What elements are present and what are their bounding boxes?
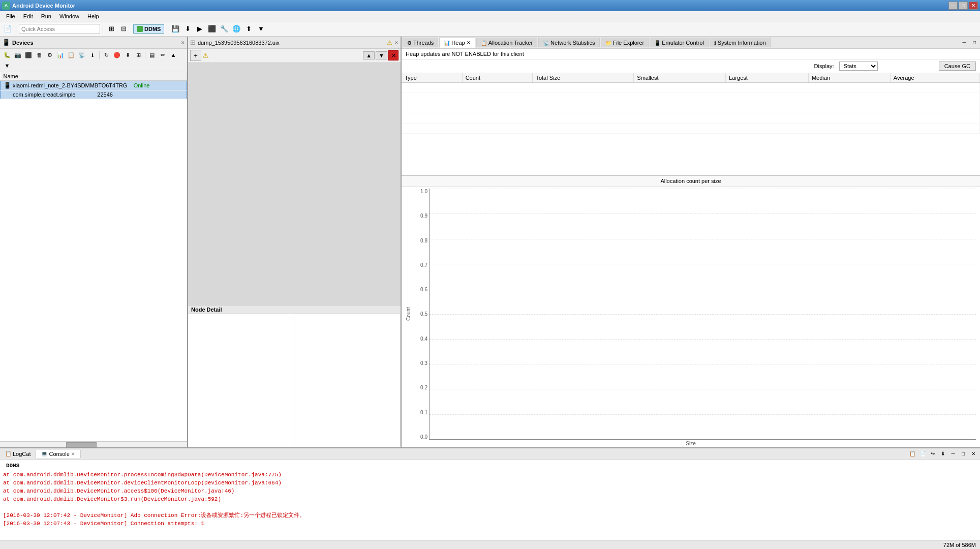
- bottom-ctrl-2[interactable]: 📄: [918, 450, 927, 458]
- node-col-1: [188, 314, 294, 446]
- devices-btn-network[interactable]: 📡: [77, 50, 87, 60]
- devices-btn-stop[interactable]: ⬛: [23, 50, 34, 60]
- console-line-1: at com.android.ddmlib.DeviceMonitor.devi…: [3, 479, 977, 487]
- devices-btn-thread[interactable]: ⚙: [45, 50, 55, 60]
- devices-btn-dump[interactable]: ⬇: [122, 50, 133, 60]
- tab-heap[interactable]: 📊 Heap ✕: [439, 38, 475, 48]
- bottom-ctrl-3[interactable]: ↪: [928, 450, 937, 458]
- cause-gc-button[interactable]: Cause GC: [939, 62, 976, 71]
- close-button[interactable]: ✕: [969, 2, 978, 10]
- menu-bar: File Edit Run Window Help: [0, 11, 980, 21]
- chart-x-label: Size: [402, 441, 980, 447]
- tab-emulator-control[interactable]: 📱 Emulator Control: [650, 38, 709, 47]
- devices-btn-layout[interactable]: ▤: [147, 50, 157, 60]
- menu-window[interactable]: Window: [55, 12, 83, 20]
- console-ddms-label: DDMS: [3, 461, 977, 471]
- bottom-ctrl-1[interactable]: 📋: [908, 450, 917, 458]
- heap-row-empty-3: [402, 103, 980, 113]
- minimize-button[interactable]: ─: [948, 2, 958, 10]
- devices-btn-heap[interactable]: 📊: [55, 50, 66, 60]
- tab-system-information[interactable]: ℹ System Information: [710, 38, 771, 47]
- status-bar: 72M of 586M: [0, 540, 980, 549]
- toolbar-perspective-1[interactable]: ⊞: [106, 23, 117, 35]
- console-tab-close[interactable]: ✕: [71, 451, 75, 456]
- console-line-6: [2016-03-30 12:07:43 - DeviceMonitor] Co…: [3, 520, 977, 528]
- devices-btn-up[interactable]: ▲: [168, 50, 178, 60]
- heap-col-largest: Largest: [726, 73, 809, 83]
- ddms-button[interactable]: DDMS: [133, 24, 164, 34]
- uix-nav-up[interactable]: ▲: [363, 51, 375, 59]
- chart-y-axis-label: Count: [406, 189, 414, 440]
- tabs-min-btn[interactable]: ─: [960, 39, 969, 47]
- devices-hscroll[interactable]: [0, 441, 187, 447]
- toolbar-btn-2[interactable]: ⬇: [182, 23, 193, 35]
- tab-logcat[interactable]: 📋 LogCat: [0, 450, 36, 458]
- main-panels: 📱 Devices ✕ 🐛 📷 ⬛ 🗑 ⚙ 📊 📋 📡 ℹ ↻ 🔴 ⬇ ⊞: [0, 37, 980, 447]
- bottom-ctrl-5[interactable]: ─: [948, 450, 958, 458]
- node-col-2: [294, 314, 401, 446]
- console-line-4: [3, 503, 977, 511]
- toolbar-sep-3: [167, 24, 167, 34]
- heap-row-empty-2: [402, 93, 980, 103]
- heap-table-body: [402, 83, 980, 134]
- display-controls: Display: Stats Allocated Free: [814, 62, 878, 71]
- tabs-max-btn[interactable]: □: [970, 39, 979, 47]
- heap-col-total: Total Size: [533, 73, 634, 83]
- tab-allocation-tracker[interactable]: 📋 Allocation Tracker: [476, 38, 537, 47]
- chart-y-values: 1.0 0.9 0.8 0.7 0.6 0.5 0.4 0.3 0.2 0.1 …: [414, 189, 429, 440]
- device-row-1[interactable]: com.simple.creact.simple 22546: [1, 90, 187, 99]
- tab-threads[interactable]: ⚙ Threads: [403, 38, 438, 47]
- menu-edit[interactable]: Edit: [19, 12, 37, 20]
- toolbar-btn-5[interactable]: 🔧: [219, 23, 230, 35]
- uix-warning: ⚠: [202, 51, 209, 59]
- bottom-ctrl-7[interactable]: ✕: [969, 450, 978, 458]
- devices-btn-edit[interactable]: ✏: [158, 50, 168, 60]
- heap-tab-close[interactable]: ✕: [467, 40, 471, 45]
- devices-btn-sysinfo[interactable]: ℹ: [87, 50, 98, 60]
- bottom-ctrl-6[interactable]: □: [959, 450, 968, 458]
- toolbar-btn-6[interactable]: 🌐: [231, 23, 242, 35]
- toolbar-perspective-2[interactable]: ⊟: [118, 23, 129, 35]
- menu-run[interactable]: Run: [37, 12, 55, 20]
- quick-access-input[interactable]: [19, 24, 100, 34]
- display-select[interactable]: Stats Allocated Free: [839, 62, 878, 71]
- title-bar-controls: ─ □ ✕: [948, 2, 978, 10]
- toolbar-btn-1[interactable]: 📄: [2, 23, 13, 35]
- maximize-button[interactable]: □: [959, 2, 968, 10]
- devices-btn-debug[interactable]: 🐛: [2, 50, 12, 60]
- chart-title: Allocation count per size: [402, 176, 980, 187]
- toolbar-sep-1: [16, 24, 16, 34]
- title-bar-text: Android Device Monitor: [12, 3, 948, 9]
- toolbar-btn-8[interactable]: ▼: [255, 23, 266, 35]
- tab-file-explorer[interactable]: 📁 File Explorer: [601, 38, 649, 47]
- devices-btn-gc[interactable]: 🗑: [34, 50, 44, 60]
- console-content: DDMS at com.android.ddmlib.DeviceMonitor…: [0, 460, 980, 543]
- devices-hscroll-thumb[interactable]: [66, 442, 97, 447]
- devices-btn-stop2[interactable]: 🔴: [112, 50, 122, 60]
- bottom-tabs: 📋 LogCat 💻 Console ✕ 📋 📄 ↪ ⬇ ─ □ ✕: [0, 448, 980, 460]
- devices-btn-down[interactable]: ▼: [2, 60, 12, 71]
- tab-console[interactable]: 💻 Console ✕: [36, 450, 80, 458]
- devices-btn-alloc[interactable]: 📋: [66, 50, 76, 60]
- console-line-3: at com.android.ddmlib.DeviceMonitor$3.ru…: [3, 495, 977, 503]
- toolbar-btn-4[interactable]: ⬛: [206, 23, 218, 35]
- toolbar-btn-save[interactable]: 💾: [170, 23, 181, 35]
- toolbar-btn-3[interactable]: ▶: [194, 23, 205, 35]
- app-icon: A: [2, 2, 10, 10]
- devices-btn-screenshot[interactable]: 📷: [13, 50, 23, 60]
- menu-file[interactable]: File: [2, 12, 19, 20]
- menu-help[interactable]: Help: [83, 12, 103, 20]
- right-panel: ⚙ Threads 📊 Heap ✕ 📋 Allocation Tracker …: [402, 37, 980, 447]
- display-label: Display:: [814, 63, 834, 69]
- device-row-0[interactable]: 📱 xiaomi-redmi_note_2-BY4SDMMBTO6T4TRG O…: [1, 81, 187, 90]
- devices-btn-expand[interactable]: ⊞: [133, 50, 143, 60]
- uix-stop-btn[interactable]: ✕: [388, 50, 399, 60]
- uix-zoom-in[interactable]: +: [190, 50, 201, 61]
- uix-nav-down[interactable]: ▼: [376, 51, 387, 59]
- toolbar-btn-7[interactable]: ⬆: [243, 23, 254, 35]
- console-line-0: at com.android.ddmlib.DeviceMonitor.proc…: [3, 471, 977, 479]
- bottom-ctrl-4[interactable]: ⬇: [938, 450, 947, 458]
- devices-btn-update[interactable]: ↻: [101, 50, 111, 60]
- tab-network-statistics[interactable]: 📡 Network Statistics: [538, 38, 599, 47]
- uix-panel-header: ⊞ dump_153950956316083372.uix ⚠ ✕: [188, 37, 401, 49]
